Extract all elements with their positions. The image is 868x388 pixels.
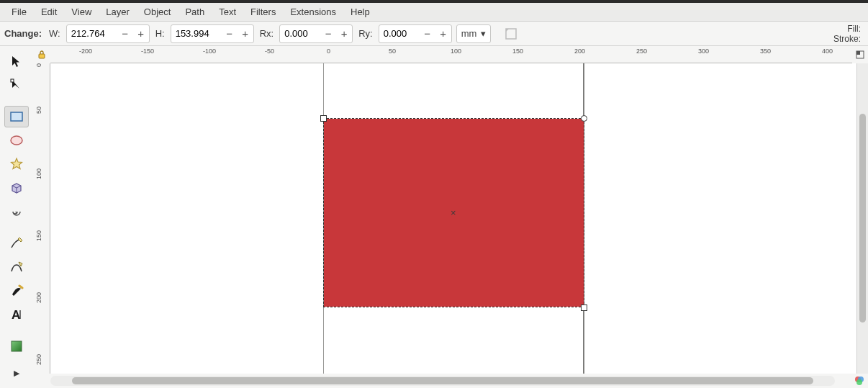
svg-rect-7 bbox=[39, 54, 45, 58]
height-spinbox[interactable]: − + bbox=[171, 24, 254, 43]
unit-selector[interactable]: mm ▾ bbox=[456, 24, 492, 43]
ruler-tick: 0 bbox=[327, 48, 330, 55]
vertical-scrollbar[interactable] bbox=[856, 63, 868, 374]
ruler-tick: 200 bbox=[574, 48, 585, 55]
selector-tool[interactable] bbox=[4, 50, 29, 72]
ruler-tick: -200 bbox=[79, 48, 92, 55]
stroke-label: Stroke: bbox=[833, 34, 861, 44]
svg-rect-0 bbox=[506, 29, 516, 39]
horizontal-scrollbar-thumb[interactable] bbox=[72, 377, 813, 384]
rx-increment-button[interactable]: + bbox=[336, 26, 352, 42]
menu-text[interactable]: Text bbox=[212, 4, 243, 19]
chevron-down-icon: ▾ bbox=[481, 28, 486, 39]
width-spinbox[interactable]: − + bbox=[66, 24, 150, 43]
ruler-tick: -100 bbox=[203, 48, 216, 55]
toolbox: A ▶ bbox=[0, 46, 33, 388]
center-cross-icon: × bbox=[451, 207, 456, 218]
ruler-tick: -150 bbox=[141, 48, 154, 55]
ruler-tick: 100 bbox=[451, 48, 461, 55]
height-increment-button[interactable]: + bbox=[238, 26, 253, 42]
ruler-tick: 350 bbox=[760, 48, 771, 55]
rx-input[interactable] bbox=[280, 26, 320, 42]
star-tool[interactable] bbox=[4, 153, 29, 175]
change-label: Change: bbox=[4, 28, 43, 39]
ruler-tick: 250 bbox=[35, 354, 42, 365]
width-increment-button[interactable]: + bbox=[133, 26, 149, 42]
resize-handle-bottom-right[interactable] bbox=[581, 304, 587, 311]
svg-rect-6 bbox=[12, 341, 22, 351]
canvas-viewport[interactable]: × bbox=[50, 63, 856, 374]
width-input[interactable] bbox=[67, 26, 117, 42]
menu-file[interactable]: File bbox=[4, 4, 34, 19]
height-label: H: bbox=[154, 28, 166, 39]
calligraphy-tool[interactable] bbox=[4, 280, 29, 302]
ruler-tick: 50 bbox=[389, 48, 396, 55]
rx-label: Rx: bbox=[258, 28, 276, 39]
svg-rect-2 bbox=[11, 112, 22, 121]
pencil-tool[interactable] bbox=[4, 233, 29, 254]
node-tool[interactable] bbox=[4, 74, 29, 96]
resize-handle-top-left[interactable] bbox=[320, 115, 327, 122]
menu-extensions[interactable]: Extensions bbox=[283, 4, 343, 19]
gradient-tool[interactable] bbox=[4, 335, 29, 357]
ry-decrement-button[interactable]: − bbox=[420, 26, 435, 42]
menu-edit[interactable]: Edit bbox=[34, 4, 64, 19]
ruler-tick: 0 bbox=[35, 63, 42, 67]
ruler-tick: 400 bbox=[822, 48, 833, 55]
ruler-tick: 150 bbox=[35, 230, 42, 241]
ruler-tick: 150 bbox=[512, 48, 523, 55]
fill-label: Fill: bbox=[847, 24, 861, 34]
menu-path[interactable]: Path bbox=[178, 4, 212, 19]
bezier-tool[interactable] bbox=[4, 256, 29, 278]
horizontal-ruler[interactable]: -200-150-100-50050100150200250300350400 bbox=[50, 46, 852, 63]
vertical-scrollbar-thumb[interactable] bbox=[859, 114, 866, 322]
make-corners-sharp-button[interactable] bbox=[502, 25, 520, 42]
vertical-ruler[interactable]: 050100150200250 bbox=[33, 63, 50, 374]
svg-point-3 bbox=[11, 136, 22, 145]
svg-rect-9 bbox=[856, 51, 860, 55]
ruler-tick: 50 bbox=[35, 107, 42, 114]
ruler-tick: 250 bbox=[636, 48, 647, 55]
text-tool[interactable]: A bbox=[4, 304, 29, 325]
ry-increment-button[interactable]: + bbox=[435, 26, 451, 42]
svg-text:A: A bbox=[12, 308, 20, 322]
color-management-icon[interactable] bbox=[852, 374, 867, 388]
menu-object[interactable]: Object bbox=[137, 4, 178, 19]
ry-input[interactable] bbox=[379, 26, 420, 42]
fill-stroke-indicator: Fill: Stroke: bbox=[833, 24, 864, 44]
ruler-tick: 300 bbox=[698, 48, 709, 55]
ry-label: Ry: bbox=[357, 28, 374, 39]
svg-rect-1 bbox=[11, 79, 14, 82]
tool-options-bar: Change: W: − + H: − + Rx: − + Ry: − + mm… bbox=[0, 22, 868, 46]
corner-radius-handle-top-right[interactable] bbox=[581, 115, 587, 122]
unit-label: mm bbox=[461, 28, 477, 39]
spiral-tool[interactable] bbox=[4, 201, 29, 222]
horizontal-scrollbar[interactable] bbox=[50, 376, 835, 386]
3dbox-tool[interactable] bbox=[4, 177, 29, 199]
rx-decrement-button[interactable]: − bbox=[320, 26, 336, 42]
rectangle-tool[interactable] bbox=[4, 106, 29, 127]
svg-point-12 bbox=[856, 379, 862, 385]
lock-icon[interactable] bbox=[33, 46, 50, 63]
ruler-tick: -50 bbox=[265, 48, 274, 55]
menu-filters[interactable]: Filters bbox=[243, 4, 283, 19]
menu-help[interactable]: Help bbox=[343, 4, 377, 19]
menu-view[interactable]: View bbox=[64, 4, 99, 19]
ruler-corner-icon[interactable] bbox=[852, 46, 868, 63]
menu-bar: File Edit View Layer Object Path Text Fi… bbox=[0, 3, 868, 22]
ruler-tick: 100 bbox=[35, 168, 42, 179]
ellipse-tool[interactable] bbox=[4, 130, 29, 151]
ruler-tick: 200 bbox=[35, 292, 42, 303]
menu-layer[interactable]: Layer bbox=[99, 4, 137, 19]
rx-spinbox[interactable]: − + bbox=[279, 24, 353, 43]
width-label: W: bbox=[48, 28, 62, 39]
ry-spinbox[interactable]: − + bbox=[379, 24, 452, 43]
width-decrement-button[interactable]: − bbox=[117, 26, 133, 42]
canvas-zone: -200-150-100-50050100150200250300350400 … bbox=[33, 46, 868, 388]
height-input[interactable] bbox=[171, 26, 222, 42]
toolbox-expand-icon[interactable]: ▶ bbox=[4, 362, 29, 384]
height-decrement-button[interactable]: − bbox=[222, 26, 238, 42]
